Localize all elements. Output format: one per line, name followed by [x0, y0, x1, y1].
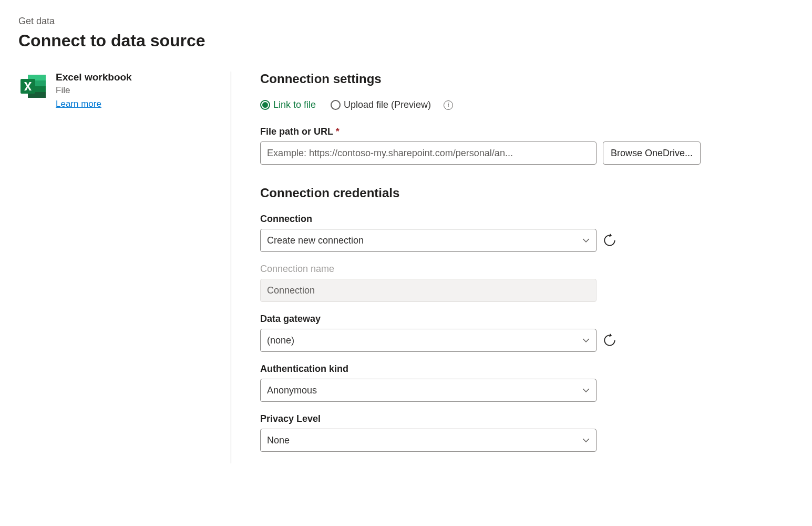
chevron-down-icon — [582, 337, 590, 344]
auth-kind-label: Authentication kind — [260, 363, 794, 375]
connector-panel: Excel workbook File Learn more — [18, 72, 231, 463]
data-gateway-label: Data gateway — [260, 313, 794, 325]
file-path-label: File path or URL * — [260, 126, 794, 137]
radio-unselected-icon — [331, 100, 341, 110]
connector-title: Excel workbook — [56, 72, 132, 83]
info-icon[interactable]: i — [444, 100, 453, 110]
auth-kind-select[interactable]: Anonymous — [260, 379, 597, 402]
file-path-input[interactable] — [260, 141, 597, 165]
auth-kind-value: Anonymous — [267, 385, 317, 396]
connection-select-value: Create new connection — [267, 235, 364, 246]
connection-name-input — [260, 279, 597, 302]
refresh-icon[interactable] — [603, 333, 616, 347]
connection-name-label: Connection name — [260, 264, 794, 275]
data-gateway-select[interactable]: (none) — [260, 329, 597, 352]
svg-rect-4 — [28, 96, 46, 98]
connection-select[interactable]: Create new connection — [260, 229, 597, 252]
browse-onedrive-button[interactable]: Browse OneDrive... — [603, 141, 701, 165]
privacy-level-value: None — [267, 435, 290, 446]
radio-link-label: Link to file — [273, 99, 316, 110]
chevron-down-icon — [582, 437, 590, 444]
connection-settings-heading: Connection settings — [260, 72, 794, 86]
connector-subtitle: File — [56, 85, 132, 96]
file-mode-radio-group: Link to file Upload file (Preview) i — [260, 99, 794, 110]
privacy-level-select[interactable]: None — [260, 429, 597, 452]
settings-panel: Connection settings Link to file Upload … — [231, 72, 794, 463]
radio-link-to-file[interactable]: Link to file — [260, 99, 316, 110]
radio-upload-label: Upload file (Preview) — [344, 99, 431, 110]
privacy-level-label: Privacy Level — [260, 413, 794, 424]
connection-credentials-heading: Connection credentials — [260, 186, 794, 200]
connector-item-excel: Excel workbook File Learn more — [18, 72, 220, 109]
radio-selected-icon — [260, 100, 270, 110]
refresh-icon[interactable] — [603, 234, 616, 247]
connection-label: Connection — [260, 214, 794, 225]
excel-icon — [18, 72, 48, 101]
learn-more-link[interactable]: Learn more — [56, 99, 132, 109]
breadcrumb: Get data — [18, 16, 794, 27]
data-gateway-value: (none) — [267, 335, 294, 346]
page-title: Connect to data source — [18, 31, 794, 50]
chevron-down-icon — [582, 237, 590, 244]
chevron-down-icon — [582, 387, 590, 394]
radio-upload-file[interactable]: Upload file (Preview) — [331, 99, 431, 110]
